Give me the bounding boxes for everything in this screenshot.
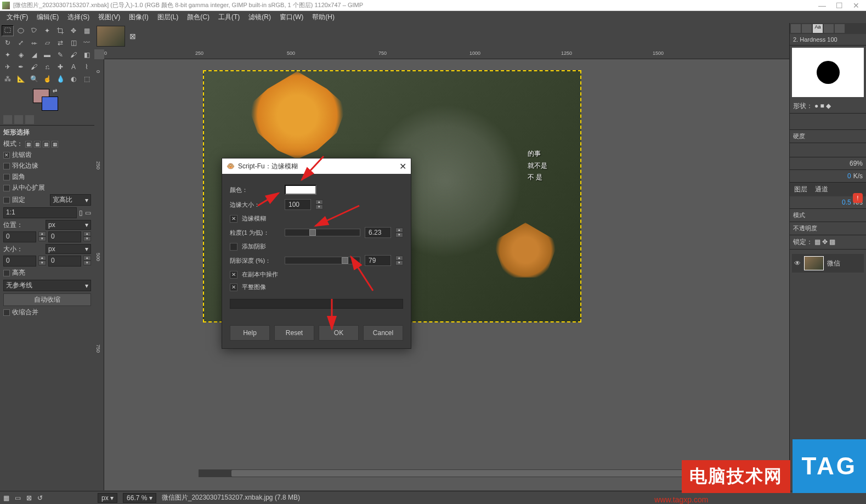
position-x[interactable]: 0 [3,231,36,242]
color-swatch[interactable] [285,185,316,195]
shape-square-icon[interactable]: ■ [820,102,824,110]
tool-mypaint[interactable]: 🖌 [28,61,40,72]
tool-smudge[interactable]: ☝ [41,73,53,84]
hardness-slider[interactable] [790,143,866,157]
canvas[interactable]: 的事 就不是 不 是 [104,59,789,490]
lock-position-icon[interactable]: ✥ [822,238,828,246]
add-shadow-checkbox[interactable] [230,243,237,251]
close-button[interactable]: ✕ [853,1,859,10]
portrait-icon[interactable]: ▯ [79,209,83,217]
brush-slider-1[interactable] [790,114,866,130]
brush-preview[interactable] [792,48,864,97]
tool-scale[interactable]: ⤢ [15,37,27,48]
tool-crop[interactable] [54,25,66,36]
position-y[interactable]: 0 [48,231,81,242]
feather-checkbox[interactable] [3,163,10,169]
edge-size-input[interactable]: 100 [285,199,311,210]
dock-tab-1[interactable] [3,115,12,124]
tool-fuzzy-select[interactable]: ✦ [41,25,53,36]
menu-layer[interactable]: 图层(L) [154,12,182,23]
zoom-select[interactable]: 66.7 % ▾ [123,493,156,503]
menu-file[interactable]: 文件(F) [3,12,31,23]
layer-item[interactable]: 👁 微信 [792,254,864,273]
unit-select[interactable]: px ▾ [98,493,117,503]
tool-rect-select[interactable] [2,25,14,36]
rp-tab-3[interactable]: Aa [813,24,823,33]
cancel-button[interactable]: Cancel [363,325,403,341]
tool-heal[interactable]: ✚ [54,61,66,72]
lock-alpha-icon[interactable]: ▩ [829,238,835,246]
work-on-copy-checkbox[interactable]: ✕ [230,271,237,279]
maximize-button[interactable]: ☐ [836,1,843,10]
dialog-close-button[interactable]: ✕ [399,161,406,172]
rounded-checkbox[interactable] [3,174,10,180]
tool-clone[interactable]: ⎌ [41,61,53,72]
tool-airbrush[interactable]: ✈ [2,61,14,72]
tool-rotate[interactable]: ↻ [2,37,14,48]
shrink-merged-checkbox[interactable] [3,309,10,316]
expand-center-checkbox[interactable] [3,185,10,191]
mode-add[interactable]: ▦ [34,141,41,148]
menu-color[interactable]: 颜色(C) [184,12,213,23]
edge-blur-checkbox[interactable]: ✕ [230,215,237,223]
guides-select[interactable]: 无参考线▾ [3,280,91,291]
tool-zoom[interactable]: 🔍 [28,73,40,84]
tool-move[interactable]: ✥ [67,25,80,36]
tool-warp[interactable]: 〰 [81,37,93,48]
shadow-depth-input[interactable]: 79 [365,255,391,266]
help-button[interactable]: Help [230,325,270,341]
menu-help[interactable]: 帮助(H) [309,12,338,23]
menu-tools[interactable]: 工具(T) [215,12,243,23]
flatten-checkbox[interactable]: ✕ [230,284,237,291]
rp-tab-1[interactable] [791,24,801,33]
menu-select[interactable]: 选择(S) [64,12,93,23]
tool-perspective[interactable]: ▱ [41,37,53,48]
shadow-depth-slider[interactable] [285,257,360,264]
tool-measure[interactable]: 📐 [15,73,27,84]
menu-view[interactable]: 视图(V) [95,12,123,23]
tool-handle[interactable]: ◈ [15,49,27,60]
tool-paintbrush[interactable]: 🖌 [67,49,80,60]
landscape-icon[interactable]: ▭ [85,209,91,217]
auto-shrink-button[interactable]: 自动收缩 [3,293,91,306]
swap-colors-icon[interactable]: ⇄ [53,88,57,94]
tool-ink[interactable]: ✒ [15,61,27,72]
minimize-button[interactable]: — [818,1,826,10]
mode-replace[interactable]: ▦ [25,141,32,148]
mode-subtract[interactable]: ▦ [43,141,49,148]
tool-align[interactable]: ▦ [81,25,93,36]
tool-flip[interactable]: ⇄ [54,37,66,48]
rp-tab-2[interactable] [802,24,812,33]
tool-bucket[interactable]: ◢ [28,49,40,60]
tool-ellipse-select[interactable] [15,25,27,36]
channels-tab[interactable]: 通道 [812,184,831,195]
lock-pixels-icon[interactable]: ▦ [814,238,820,246]
background-color[interactable] [42,97,58,111]
dock-tab-3[interactable] [25,115,34,124]
layers-tab[interactable]: 图层 [791,184,811,195]
granularity-input[interactable]: 6.23 [365,227,391,238]
tool-extra1[interactable]: ⬚ [81,73,93,84]
footer-icon-1[interactable]: ▦ [3,494,9,502]
rp-tab-5[interactable] [835,24,845,33]
visibility-icon[interactable]: 👁 [794,259,801,267]
footer-icon-4[interactable]: ↺ [37,494,43,502]
scrollbar-horizontal[interactable] [199,469,704,477]
size-h[interactable]: 0 [48,256,81,267]
tab-close-button[interactable]: ⊠ [127,32,138,41]
menu-windows[interactable]: 窗口(W) [276,12,307,23]
rp-tab-4[interactable] [824,24,834,33]
tool-text[interactable]: A [67,61,80,72]
tool-blur[interactable]: 💧 [54,73,66,84]
mode-intersect[interactable]: ▦ [52,141,58,148]
scrollbar-thumb[interactable] [231,470,714,477]
image-tab-thumb[interactable] [97,26,125,47]
position-unit[interactable]: px▾ [46,220,91,230]
dialog-titlebar[interactable]: 🐵Script-Fu：边缘模糊 ✕ [222,158,411,174]
tool-eraser[interactable]: ◧ [81,49,93,60]
menu-image[interactable]: 图像(I) [126,12,151,23]
tool-cage[interactable]: ◫ [67,37,80,48]
menu-filters[interactable]: 滤镜(R) [245,12,274,23]
tool-pencil[interactable]: ✎ [54,49,66,60]
shape-circle-icon[interactable]: ● [814,102,818,110]
